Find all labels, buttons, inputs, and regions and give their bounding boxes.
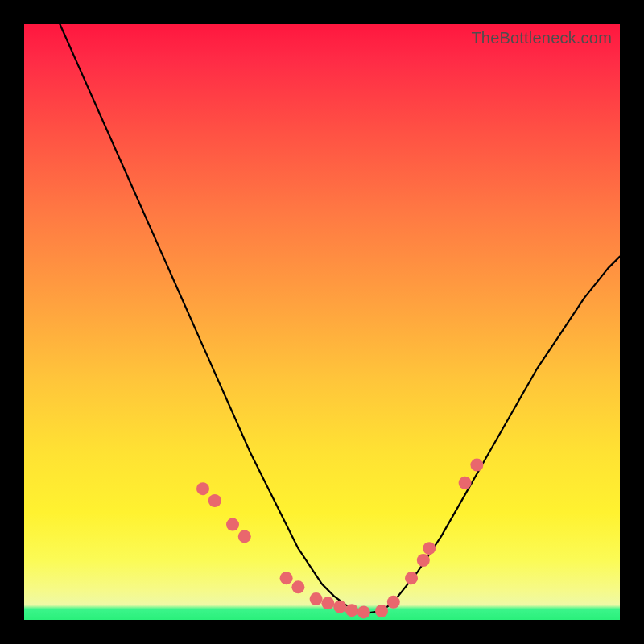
highlight-point — [238, 530, 251, 543]
highlight-point — [357, 605, 370, 618]
highlight-point — [417, 554, 430, 567]
chart-svg — [24, 24, 620, 620]
bottleneck-curve — [60, 24, 620, 613]
highlight-point — [291, 580, 304, 593]
highlight-point — [375, 605, 388, 617]
chart-frame: TheBottleneck.com — [0, 0, 644, 644]
highlight-point — [280, 572, 293, 584]
highlight-point — [226, 518, 239, 531]
highlight-point — [208, 494, 221, 507]
highlight-point — [459, 477, 472, 489]
highlight-point — [470, 459, 483, 472]
highlight-point — [333, 601, 346, 613]
highlight-point — [387, 596, 400, 609]
highlight-point — [321, 597, 334, 609]
highlight-point — [405, 572, 418, 584]
highlight-point — [423, 542, 436, 555]
highlight-point — [310, 592, 323, 605]
plot-area: TheBottleneck.com — [24, 24, 620, 620]
highlight-point — [196, 482, 209, 495]
highlight-point — [345, 604, 358, 617]
